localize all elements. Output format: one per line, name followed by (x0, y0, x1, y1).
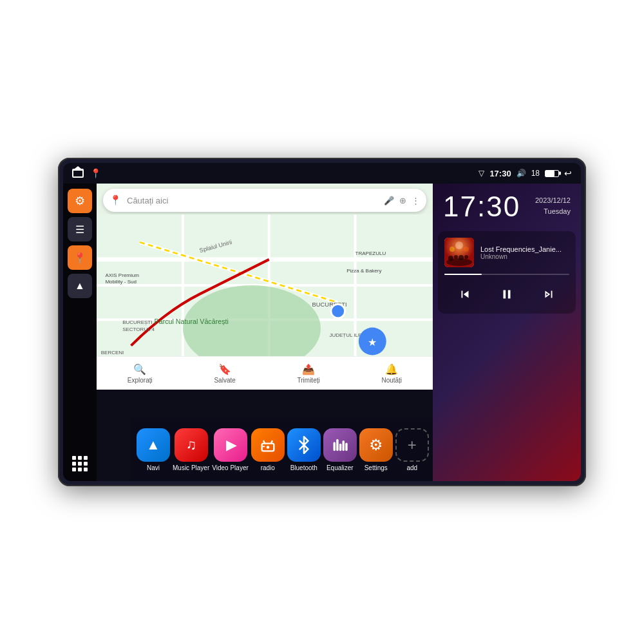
svg-point-40 (454, 255, 458, 259)
explore-icon: 🔍 (133, 363, 146, 375)
status-left-icons: 📍 (72, 168, 101, 178)
google-maps-pin-icon: 📍 (109, 194, 122, 206)
home-icon[interactable] (72, 169, 84, 178)
svg-text:Mobility - Sud: Mobility - Sud (105, 279, 137, 285)
battery-icon (545, 170, 559, 177)
clock-date-value: 2023/12/12 (535, 195, 571, 206)
svg-point-42 (464, 255, 468, 259)
video-icon: ▶ (214, 428, 247, 462)
explore-label: Explorați (128, 377, 153, 384)
status-time: 17:30 (489, 169, 511, 178)
wifi-icon: ▽ (478, 169, 484, 178)
svg-point-43 (455, 242, 463, 249)
app-bluetooth[interactable]: Bluetooth (287, 428, 321, 471)
volume-icon: 🔊 (516, 169, 526, 178)
equalizer-label: Equalizer (327, 464, 354, 471)
apps-row: ▲ Navi ♫ Music Player ▶ Vid (130, 418, 433, 481)
grid-dots-icon (72, 456, 88, 471)
svg-text:SECTORUL 4: SECTORUL 4 (122, 327, 155, 332)
music-label: Music Player (173, 464, 209, 471)
share-icon: 📤 (302, 363, 315, 375)
app-grid-btn[interactable] (68, 451, 92, 476)
svg-rect-35 (345, 442, 348, 451)
add-label: add (406, 464, 417, 471)
music-title: Lost Frequencies_Janie... (480, 245, 569, 253)
video-label: Video Player (212, 464, 249, 471)
next-button[interactable] (536, 281, 562, 307)
equalizer-icon (323, 428, 357, 462)
app-add[interactable]: + add (395, 428, 429, 471)
music-player: Lost Frequencies_Janie... Unknown (438, 231, 576, 314)
sidebar-nav-btn[interactable]: ▲ (68, 274, 92, 298)
svg-point-41 (459, 255, 464, 260)
map-nav-news[interactable]: 🔔 Noutăți (381, 363, 402, 384)
sidebar-menu-btn[interactable]: ☰ (68, 217, 92, 242)
device-frame: 📍 ▽ 17:30 🔊 18 ↩ ⚙ ☰ (58, 158, 586, 486)
pause-button[interactable] (494, 281, 520, 307)
album-art (444, 238, 474, 267)
navi-label: Navi (147, 464, 160, 471)
sidebar: ⚙ ☰ 📍 ▲ (63, 184, 97, 481)
bluetooth-icon (287, 428, 321, 462)
svg-point-39 (448, 256, 453, 261)
svg-text:Parcul Natural Văcărești: Parcul Natural Văcărești (155, 317, 229, 325)
share-label: Trimiteți (298, 377, 320, 384)
music-controls (444, 281, 569, 307)
layers-icon[interactable]: ⊕ (399, 196, 406, 205)
navi-icon: ▲ (137, 428, 170, 462)
app-equalizer[interactable]: Equalizer (323, 428, 357, 471)
settings-icon: ⚙ (75, 194, 85, 208)
svg-point-45 (464, 247, 469, 252)
svg-point-29 (266, 446, 269, 449)
app-video[interactable]: ▶ Video Player (212, 428, 249, 471)
app-settings[interactable]: ⚙ Settings (359, 428, 393, 471)
svg-text:BERCENI: BERCENI (101, 350, 124, 355)
settings-label: Settings (365, 464, 388, 471)
nav-arrow-icon: ▲ (75, 280, 85, 292)
svg-point-44 (450, 247, 455, 252)
music-icon: ♫ (175, 428, 208, 462)
more-icon[interactable]: ⋮ (412, 196, 420, 205)
svg-text:★: ★ (368, 336, 377, 348)
menu-icon: ☰ (75, 223, 84, 236)
battery-number: 18 (531, 169, 540, 178)
music-progress-fill (444, 274, 482, 275)
radio-label: radio (261, 464, 275, 471)
mic-icon[interactable]: 🎤 (384, 196, 394, 205)
music-artist: Unknown (480, 253, 569, 260)
map-bottom-nav: 🔍 Explorați 🔖 Salvate 📤 Trimiteți � (97, 356, 433, 390)
right-panel: 17:30 2023/12/12 Tuesday (433, 184, 581, 481)
settings-app-icon: ⚙ (359, 428, 393, 462)
map-nav-share[interactable]: 📤 Trimiteți (298, 363, 320, 384)
map-nav-saved[interactable]: 🔖 Salvate (214, 363, 235, 384)
map-search-input[interactable]: Căutați aici (127, 196, 379, 205)
svg-text:TRAPEZULU: TRAPEZULU (355, 251, 386, 256)
back-icon[interactable]: ↩ (564, 168, 572, 178)
music-info: Lost Frequencies_Janie... Unknown (444, 238, 569, 267)
location-status-icon: 📍 (90, 168, 101, 178)
status-right-icons: ▽ 17:30 🔊 18 ↩ (478, 168, 572, 178)
prev-button[interactable] (452, 281, 478, 307)
clock-time: 17:30 (443, 193, 520, 221)
map-icon: 📍 (73, 252, 86, 264)
app-music[interactable]: ♫ Music Player (173, 428, 209, 471)
map-search-bar[interactable]: 📍 Căutați aici 🎤 ⊕ ⋮ (103, 189, 426, 212)
svg-point-22 (331, 304, 345, 317)
app-radio[interactable]: radio (251, 428, 285, 471)
add-icon: + (395, 428, 429, 462)
svg-text:BUCUREȘTI: BUCUREȘTI (122, 319, 152, 325)
map-nav-explore[interactable]: 🔍 Explorați (128, 363, 153, 384)
main-content: ⚙ ☰ 📍 ▲ (63, 184, 581, 481)
sidebar-map-btn[interactable]: 📍 (68, 245, 92, 270)
clock-date: 2023/12/12 Tuesday (535, 193, 571, 216)
clock-day-value: Tuesday (535, 206, 571, 217)
news-icon: 🔔 (385, 363, 398, 375)
app-navi[interactable]: ▲ Navi (137, 428, 170, 471)
map-container[interactable]: 📍 Căutați aici 🎤 ⊕ ⋮ (97, 184, 433, 390)
sidebar-settings-btn[interactable]: ⚙ (68, 189, 92, 213)
map-section: 📍 Căutați aici 🎤 ⊕ ⋮ (97, 184, 433, 481)
svg-rect-32 (336, 439, 339, 451)
music-progress-bar[interactable] (444, 274, 569, 275)
device-screen: 📍 ▽ 17:30 🔊 18 ↩ ⚙ ☰ (63, 163, 581, 481)
svg-rect-33 (339, 443, 342, 451)
